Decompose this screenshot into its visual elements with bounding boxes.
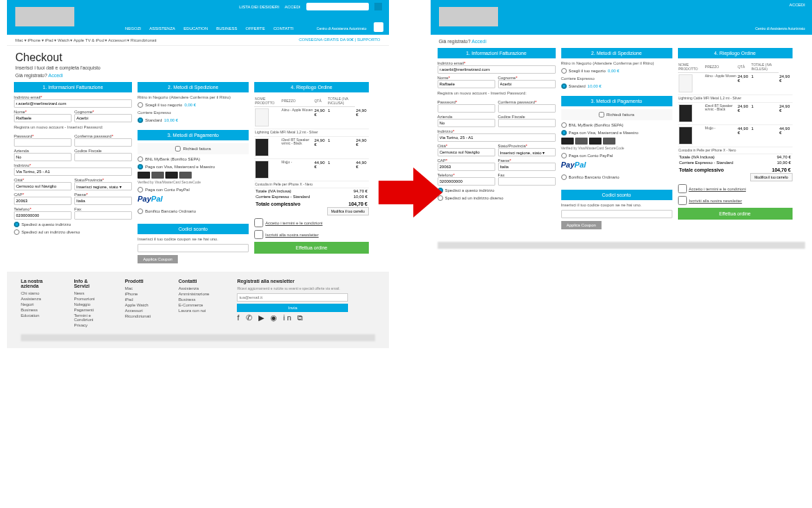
tel-field-r[interactable] — [438, 177, 495, 186]
paese-select-r[interactable] — [498, 163, 556, 171]
table-row: Aiino - Apple Woven24,90 €124,90 € — [254, 107, 369, 129]
nav-assistenza[interactable]: ASSISTENZA — [149, 26, 175, 31]
wire-radio[interactable] — [138, 208, 143, 214]
wire-radio-r[interactable] — [561, 174, 567, 180]
invoice-checkbox-r[interactable] — [599, 112, 604, 117]
ship-other-label: Spedisci ad un indirizzo diverso — [22, 230, 80, 234]
search-icon[interactable] — [374, 3, 382, 10]
mybank-radio-r[interactable] — [561, 122, 567, 128]
login-accedi-link[interactable]: Accedi — [48, 73, 63, 78]
nav-negozi[interactable]: NEGOZI — [125, 26, 141, 31]
fax-field[interactable] — [74, 211, 132, 220]
pickup-radio-r[interactable] — [561, 68, 567, 74]
standard-radio-r[interactable] — [561, 83, 567, 89]
email-field[interactable] — [14, 99, 132, 108]
indirizzo-field-r[interactable] — [438, 133, 556, 142]
place-order-button-r[interactable]: Effettua ordine — [678, 208, 793, 220]
login-accedi-link-r[interactable]: Accedi — [472, 39, 486, 44]
terms-checkbox[interactable] — [254, 218, 263, 227]
nome-field-r[interactable] — [438, 80, 495, 88]
pickup-radio[interactable] — [138, 102, 143, 108]
cap-field[interactable] — [14, 197, 72, 205]
coupon-button[interactable]: Applica Coupon — [138, 255, 178, 263]
pickup-label-r: Scegli il tuo negozio — [569, 69, 606, 73]
place-order-button[interactable]: Effettua ordine — [254, 242, 369, 254]
nav-offerte[interactable]: OFFERTE — [246, 26, 265, 31]
pwd2-field[interactable] — [74, 138, 132, 147]
wire-label-r: Bonifico Bancario Ordinario — [569, 175, 620, 179]
newsletter-submit-button[interactable]: Invia — [237, 304, 348, 312]
prov-select-r[interactable] — [498, 148, 556, 156]
nav-education[interactable]: EDUCATION — [183, 26, 208, 31]
paypal-radio-r[interactable] — [561, 153, 567, 158]
standard-radio[interactable] — [138, 117, 143, 123]
apple-badge-r: Centro di Assistenza Autorizzato — [753, 26, 805, 31]
terms-checkbox-r[interactable] — [678, 184, 687, 193]
free-ship-promo[interactable]: CONSEGNA GRATIS DA 90€ — [299, 38, 354, 42]
login-link[interactable]: ACCEDI — [285, 5, 301, 9]
newsletter-link[interactable]: Iscriviti alla nostra newsletter — [265, 233, 319, 237]
azienda-select-r[interactable] — [438, 119, 495, 127]
tel-field[interactable] — [14, 211, 72, 220]
paypal-logo-r: PayPal — [561, 161, 672, 169]
invoice-checkbox[interactable] — [175, 146, 181, 151]
mybank-radio[interactable] — [138, 156, 143, 162]
newsletter-link-r[interactable]: Iscriviti alla nostra newsletter — [689, 199, 743, 203]
pickup-title: Ritiro in Negozio (Attendere Conferma pe… — [138, 95, 249, 99]
card-radio-r[interactable] — [561, 130, 567, 136]
sub-nav: Mac ▾ iPhone ▾ iPad ▾ Watch ▾ Apple TV &… — [7, 35, 389, 46]
newsletter-checkbox[interactable] — [254, 230, 263, 239]
azienda-select[interactable] — [14, 153, 72, 161]
nome-field[interactable] — [14, 114, 72, 122]
footer-blur-r — [438, 242, 806, 249]
summary-header: 4. Riepilogo Ordine — [254, 82, 369, 92]
table-row: Mujjo - 44,90 €144,90 € — [254, 158, 369, 181]
product-thumb-icon — [255, 138, 269, 156]
support-link[interactable]: SUPPORTO — [357, 38, 380, 42]
modify-cart-button-r[interactable]: Modifica il tuo carrello — [750, 173, 792, 181]
social-icons[interactable]: f ✆ ▶ ◉ in ⧉ — [237, 313, 374, 322]
card-label: Paga con Visa, Mastercard e Maestro — [145, 165, 215, 169]
login-link-r[interactable]: ACCEDI — [789, 3, 805, 7]
terms-link-r[interactable]: Accetto i termini e le condizioni — [689, 187, 746, 191]
citta-field[interactable] — [14, 182, 72, 190]
subnav-items[interactable]: Mac ▾ iPhone ▾ iPad ▾ Watch ▾ Apple TV &… — [15, 38, 156, 42]
cognome-field[interactable] — [74, 114, 132, 122]
coupon-field-r[interactable] — [561, 210, 672, 218]
pwd-field-r[interactable] — [438, 104, 495, 113]
indirizzo-field[interactable] — [14, 167, 132, 176]
card-label-r: Paga con Visa, Mastercard e Maestro — [569, 131, 638, 135]
pwd-field[interactable] — [14, 138, 72, 147]
fax-field-r[interactable] — [498, 177, 556, 186]
coupon-field[interactable] — [138, 244, 249, 252]
cognome-field-r[interactable] — [498, 80, 556, 88]
card-radio[interactable] — [138, 164, 143, 170]
nav-business[interactable]: BUSINESS — [216, 26, 237, 31]
cart-icon[interactable] — [374, 22, 383, 32]
citta-field-r[interactable] — [438, 148, 495, 156]
card-logos — [138, 172, 249, 179]
paypal-radio[interactable] — [138, 187, 143, 192]
terms-link[interactable]: Accetto i termini e le condizioni — [265, 221, 322, 225]
product-thumb-icon — [255, 108, 269, 126]
prov-select[interactable] — [74, 182, 132, 190]
cf-field[interactable] — [74, 153, 132, 161]
wishlist-link[interactable]: LISTA DEI DESIDERI — [239, 5, 279, 9]
paese-select[interactable] — [74, 197, 132, 205]
coupon-button-r[interactable]: Applica Coupon — [561, 221, 602, 229]
email-field-r[interactable] — [438, 65, 556, 74]
cf-field-r[interactable] — [498, 119, 556, 127]
standard-label: Standard — [145, 118, 162, 122]
cap-field-r[interactable] — [438, 163, 495, 171]
coupon-header: Codici sconto — [138, 224, 249, 234]
ship-other-radio[interactable] — [14, 229, 19, 235]
ship-here-radio[interactable] — [14, 222, 19, 227]
pwd2-field-r[interactable] — [498, 104, 556, 113]
modify-cart-button[interactable]: Modifica il tuo carrello — [327, 207, 369, 215]
newsletter-email-field[interactable] — [237, 293, 348, 302]
nav-contatti[interactable]: CONTATTI — [273, 26, 293, 31]
ship-here-label: Spedisci a questo indirizzo — [22, 222, 71, 227]
search-input[interactable] — [306, 3, 369, 10]
pickup-price-r: 0,00 € — [608, 69, 620, 73]
newsletter-checkbox-r[interactable] — [678, 196, 687, 205]
